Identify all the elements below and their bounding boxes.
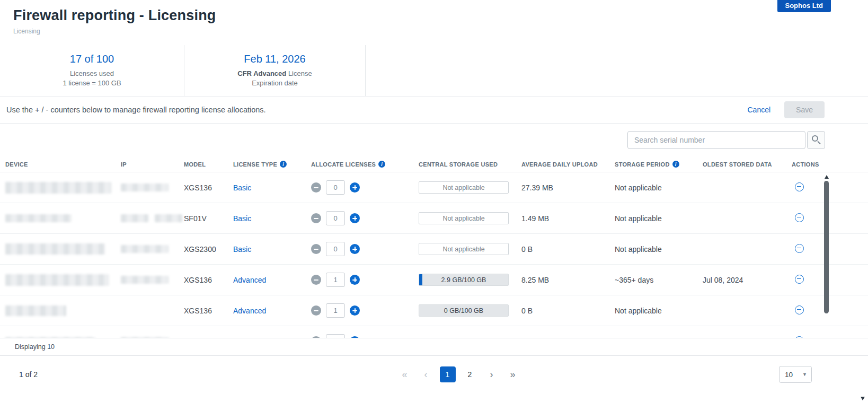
page-header: Firewall reporting - Licensing Licensing…: [0, 0, 868, 45]
cancel-button[interactable]: Cancel: [747, 106, 770, 114]
licenses-used-label: Licenses used: [70, 69, 114, 78]
storage-period-cell: Not applicable: [615, 183, 703, 192]
central-storage-cell: Not applicable: [419, 181, 521, 194]
model-cell: XGS136: [184, 307, 233, 315]
page-size-select[interactable]: 10 ▼: [779, 366, 812, 383]
search-button[interactable]: [807, 131, 825, 149]
column-label: ACTIONS: [792, 161, 819, 168]
license-name-rest: License: [288, 69, 312, 77]
save-button[interactable]: Save: [784, 101, 825, 118]
column-header-oldest-stored-data: OLDEST STORED DATA: [703, 161, 792, 168]
ip-cell: [121, 337, 184, 338]
license-type-link[interactable]: Basic: [233, 183, 311, 192]
license-type-link[interactable]: Advanced: [233, 307, 311, 315]
allocate-count-input[interactable]: [326, 273, 345, 287]
last-page-button[interactable]: »: [506, 367, 520, 382]
decrement-license-button[interactable]: [311, 305, 321, 316]
scrollbar-thumb[interactable]: [824, 181, 829, 313]
scroll-up-arrow-icon[interactable]: [825, 175, 829, 179]
storage-period-cell: ~365+ days: [615, 276, 703, 284]
column-label: DEVICE: [5, 161, 28, 168]
allocate-licenses-counter: [311, 242, 419, 256]
info-icon[interactable]: i: [672, 161, 679, 168]
license-ratio-label: 1 license = 100 GB: [63, 78, 121, 88]
daily-upload-cell: 1.49 MB: [521, 214, 615, 223]
allocate-count-input[interactable]: [326, 211, 345, 225]
column-header-device: DEVICE: [5, 161, 121, 168]
storage-usage-fill: [419, 274, 422, 285]
allocate-licenses-counter: [311, 303, 419, 318]
redacted-ip: [121, 245, 169, 253]
table-scrollbar: [824, 175, 829, 335]
actions-cell: [792, 213, 868, 224]
storage-usage-box: 2.9 GB/100 GB: [419, 274, 509, 286]
storage-usage-text: 2.9 GB/100 GB: [441, 276, 486, 284]
central-storage-cell: 2.9 GB/100 GB: [419, 274, 521, 286]
redacted-device-name: [5, 337, 95, 338]
model-cell: SF01V: [184, 214, 233, 223]
scroll-down-arrow-icon[interactable]: [861, 397, 865, 400]
storage-usage-text: Not applicable: [442, 184, 484, 191]
remove-allocation-icon[interactable]: [795, 182, 804, 191]
daily-upload-cell: 27.39 MB: [521, 183, 615, 192]
allocate-licenses-counter: [311, 334, 419, 338]
actions-cell: [792, 336, 868, 338]
previous-page-button[interactable]: ‹: [419, 367, 433, 382]
column-header-average-daily-upload: AVERAGE DAILY UPLOAD: [521, 161, 615, 168]
ip-cell: [121, 183, 184, 191]
daily-upload-cell: 8.25 MB: [521, 276, 615, 284]
storage-usage-box: Not applicable: [419, 181, 509, 194]
device-cell: [5, 274, 121, 286]
expiration-stat: Feb 11, 2026 CFR Advanced License Expira…: [184, 45, 366, 96]
remove-allocation-icon[interactable]: [795, 244, 804, 253]
decrement-license-button[interactable]: [311, 275, 321, 285]
page-number-group: 12: [440, 366, 478, 382]
increment-license-button[interactable]: [350, 275, 360, 285]
column-label: CENTRAL STORAGE USED: [419, 161, 498, 168]
redacted-device-name: [5, 274, 109, 286]
model-cell: XGS136: [184, 183, 233, 192]
license-type-link[interactable]: Basic: [233, 245, 311, 254]
page-button-1[interactable]: 1: [440, 366, 456, 382]
page-title: Firewall reporting - Licensing: [13, 7, 868, 24]
allocate-count-input[interactable]: [326, 303, 345, 318]
allocate-count-input[interactable]: [326, 180, 345, 195]
remove-allocation-icon[interactable]: [795, 336, 804, 338]
decrement-license-button[interactable]: [311, 182, 321, 193]
increment-license-button[interactable]: [350, 244, 360, 254]
license-type-link[interactable]: Basic: [233, 214, 311, 223]
table-row: XGS136 Advanced 0 GB/100 GB 0 B Not appl…: [0, 295, 868, 326]
search-input[interactable]: [627, 131, 805, 149]
table-row: XGS2300 Basic Not applicable 0 B Not app…: [0, 234, 868, 265]
tenant-badge[interactable]: Sophos Ltd: [777, 0, 831, 12]
decrement-license-button[interactable]: [311, 336, 321, 338]
info-icon[interactable]: i: [378, 161, 385, 168]
column-header-central-storage-used: CENTRAL STORAGE USED: [419, 161, 521, 168]
table-row: XGS136 Advanced 2.9 GB/100 GB 8.25 MB ~3…: [0, 265, 868, 295]
remove-allocation-icon[interactable]: [795, 275, 804, 284]
allocate-count-input[interactable]: [326, 242, 345, 256]
redacted-ip: [121, 214, 148, 222]
next-page-button[interactable]: ›: [484, 367, 499, 382]
storage-usage-box: 0 GB/100 GB: [419, 304, 509, 317]
page-button-2[interactable]: 2: [462, 366, 478, 382]
table-row: [0, 326, 868, 338]
license-type-link[interactable]: Advanced: [233, 276, 311, 284]
increment-license-button[interactable]: [350, 213, 360, 223]
column-header-storage-period: STORAGE PERIODi: [615, 161, 703, 168]
column-label: STORAGE PERIOD: [615, 161, 670, 168]
allocate-count-input[interactable]: [326, 334, 345, 338]
info-icon[interactable]: i: [280, 161, 287, 168]
increment-license-button[interactable]: [350, 336, 360, 338]
actions-cell: [792, 182, 868, 193]
increment-license-button[interactable]: [350, 182, 360, 193]
decrement-license-button[interactable]: [311, 244, 321, 254]
remove-allocation-icon[interactable]: [795, 213, 804, 222]
decrement-license-button[interactable]: [311, 213, 321, 223]
remove-allocation-icon[interactable]: [795, 305, 804, 314]
central-storage-cell: Not applicable: [419, 243, 521, 255]
licenses-used-value: 17 of 100: [70, 53, 114, 65]
increment-license-button[interactable]: [350, 305, 360, 316]
storage-usage-text: Not applicable: [442, 246, 484, 253]
first-page-button[interactable]: «: [397, 367, 412, 382]
